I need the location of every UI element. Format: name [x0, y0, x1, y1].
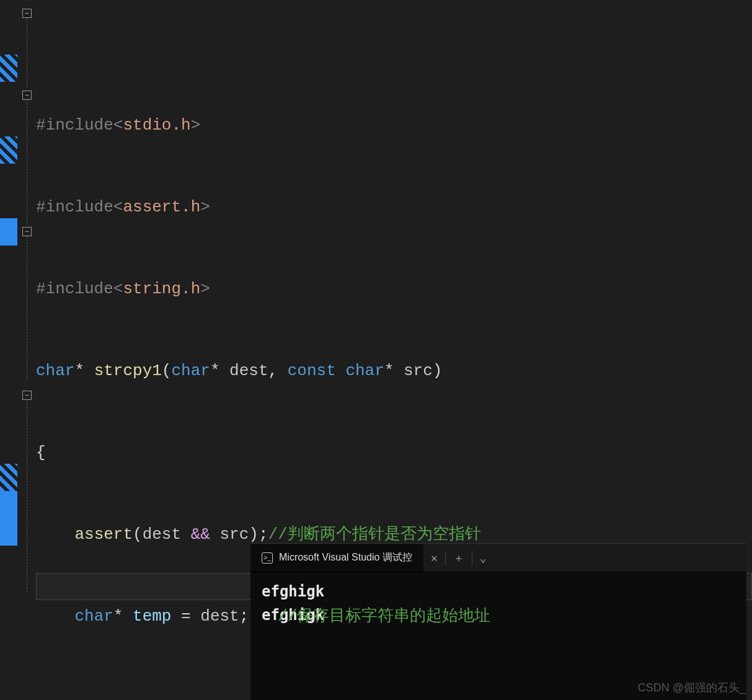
fold-gutter: − − − −	[17, 0, 36, 700]
change-gutter	[0, 0, 17, 700]
code-line[interactable]: #include<stdio.h>	[36, 112, 752, 139]
chevron-down-icon[interactable]: ⌄	[472, 551, 494, 565]
add-tab-icon[interactable]: ＋	[446, 551, 472, 565]
code-line[interactable]: assert(dest && src);//判断两个指针是否为空指针	[36, 521, 752, 548]
fold-toggle-icon[interactable]: −	[22, 227, 32, 236]
console-tab-title: Microsoft Visual Studio 调试控	[279, 551, 412, 564]
code-line[interactable]	[36, 684, 752, 700]
console-line: efghigk	[262, 580, 735, 603]
code-line[interactable]: char* strcpy1(char* dest, const char* sr…	[36, 357, 752, 384]
fold-toggle-icon[interactable]: −	[22, 9, 32, 18]
terminal-icon: >_	[262, 552, 273, 564]
close-icon[interactable]: ✕	[423, 551, 445, 565]
code-line[interactable]: #include<assert.h>	[36, 193, 752, 221]
fold-toggle-icon[interactable]: −	[22, 91, 32, 100]
code-line[interactable]: {	[36, 439, 752, 466]
fold-toggle-icon[interactable]: −	[22, 391, 32, 400]
code-line[interactable]: char* temp = dest; //保存目标字符串的起始地址	[36, 603, 752, 630]
code-line[interactable]: #include<string.h>	[36, 275, 752, 303]
